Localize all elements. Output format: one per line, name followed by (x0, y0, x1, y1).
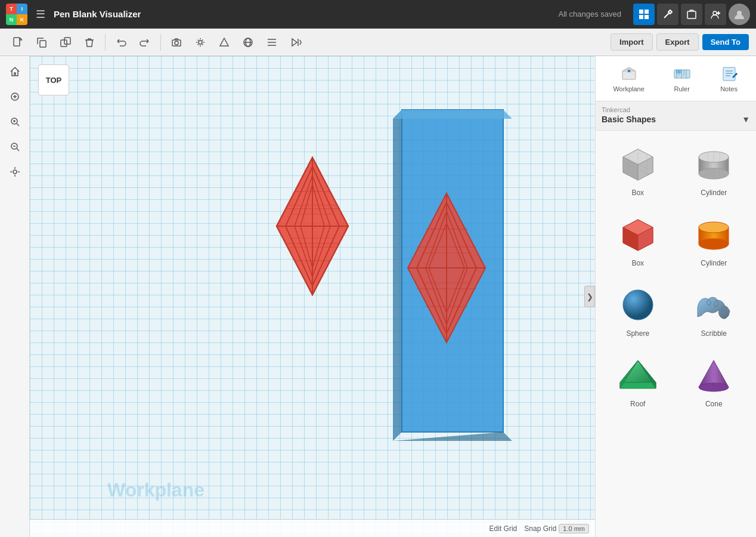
sphere-tool-button[interactable] (237, 32, 259, 53)
left-sidebar (0, 56, 30, 537)
red-diamond-flat[interactable] (277, 158, 348, 295)
topbar: T I N K ☰ Pen Blank Visualizer All chang… (0, 0, 756, 29)
zoom-in-button[interactable] (4, 111, 26, 132)
delete-button[interactable] (79, 32, 100, 53)
projects-button[interactable] (681, 4, 702, 25)
svg-point-55 (699, 222, 729, 233)
panel-collapse-button[interactable]: ❯ (584, 286, 595, 307)
canvas-statusbar: Edit Grid Snap Grid 1.0 mm (30, 519, 595, 537)
svg-rect-41 (723, 67, 735, 81)
roof-green-icon (614, 354, 662, 396)
main-toolbar: Import Export Send To (0, 29, 756, 56)
logo-n: N (6, 14, 17, 25)
ruler-tool-button[interactable]: Ruler (667, 61, 698, 96)
notes-label: Notes (720, 85, 738, 92)
undo-button[interactable] (110, 32, 132, 53)
home-view-button[interactable] (4, 61, 26, 82)
workplane-icon (619, 64, 639, 84)
svg-rect-3 (645, 15, 649, 19)
shape-item-scribble[interactable]: Scribble (679, 279, 749, 343)
svg-rect-2 (639, 15, 643, 19)
zoom-out-button[interactable] (4, 136, 26, 158)
profile-button[interactable] (729, 4, 750, 25)
shape-item-cylinder-gray[interactable]: Cylinder (679, 138, 749, 202)
view-label: TOP (38, 64, 69, 95)
camera-tool-button[interactable] (166, 32, 187, 53)
export-button[interactable]: Export (656, 33, 699, 51)
shape-label-box-gray: Box (631, 189, 644, 197)
right-panel: Workplane Ruler (595, 56, 756, 537)
shape-library-header: Tinkercad Basic Shapes ▼ (596, 101, 756, 131)
redo-button[interactable] (134, 32, 156, 53)
box-red-icon (614, 214, 662, 255)
dropdown-arrow-icon: ▼ (742, 115, 750, 124)
light-tool-button[interactable] (190, 32, 211, 53)
svg-point-13 (199, 41, 202, 44)
logo-i: I (17, 4, 27, 14)
scribble-icon (690, 284, 738, 326)
svg-point-27 (13, 170, 17, 174)
svg-rect-0 (639, 10, 643, 14)
shape-grid: Box (596, 131, 756, 537)
camera-position-button[interactable] (4, 161, 26, 183)
fit-to-screen-button[interactable] (4, 86, 26, 107)
library-dropdown[interactable]: Basic Shapes ▼ (602, 113, 750, 125)
workplane-tool-button[interactable]: Workplane (607, 61, 650, 96)
app-menu-icon[interactable]: ☰ (36, 8, 45, 21)
app-title: Pen Blank Visualizer (54, 9, 552, 19)
shape-label-box-red: Box (631, 259, 644, 267)
shape-item-cylinder-orange[interactable]: Cylinder (679, 208, 749, 273)
shape-item-box-gray[interactable]: Box (603, 138, 673, 202)
svg-rect-33 (628, 70, 630, 72)
toolbar-separator-2 (160, 34, 161, 51)
canvas-objects (30, 56, 595, 537)
grid-view-button[interactable] (633, 4, 655, 25)
shape-label-scribble: Scribble (701, 329, 727, 338)
ruler-label: Ruler (674, 85, 690, 92)
snap-grid-label: Snap Grid 1.0 mm (524, 524, 589, 533)
svg-line-24 (17, 124, 19, 126)
workplane-label: Workplane (613, 85, 644, 92)
cone-purple-icon (690, 354, 738, 396)
svg-rect-1 (645, 10, 649, 14)
shape-item-box-red[interactable]: Box (603, 208, 673, 273)
shape-item-sphere-blue[interactable]: Sphere (603, 279, 673, 343)
svg-point-56 (699, 239, 729, 249)
logo-t: T (6, 4, 17, 14)
add-collaborator-button[interactable] (705, 4, 726, 25)
tools-button[interactable] (657, 4, 678, 25)
canvas-area[interactable]: TOP (30, 56, 595, 537)
toolbar-actions: Import Export Send To (611, 33, 749, 51)
shape-label-cylinder-orange: Cylinder (701, 259, 727, 267)
cylinder-gray-icon (690, 143, 738, 185)
duplicate-button[interactable] (55, 32, 76, 53)
library-category: Basic Shapes (602, 115, 656, 124)
box-gray-icon (614, 143, 662, 185)
save-status: All changes saved (558, 10, 621, 18)
align-button[interactable] (261, 32, 283, 53)
notes-tool-button[interactable]: Notes (714, 61, 745, 96)
copy-button[interactable] (31, 32, 52, 53)
edit-grid-label[interactable]: Edit Grid (489, 524, 518, 533)
flip-button[interactable] (285, 32, 306, 53)
new-button[interactable] (7, 32, 29, 53)
cylinder-orange-icon (690, 214, 738, 255)
sphere-blue-icon (614, 284, 662, 326)
main-area: TOP (0, 56, 756, 537)
svg-point-5 (713, 11, 717, 15)
shape-tool-button[interactable] (213, 32, 235, 53)
svg-point-12 (175, 41, 178, 45)
import-button[interactable]: Import (611, 33, 652, 51)
svg-rect-4 (687, 11, 696, 18)
blue-box-with-shape[interactable] (393, 110, 512, 441)
shape-item-cone-purple[interactable]: Cone (679, 349, 749, 413)
sendto-button[interactable]: Send To (702, 34, 749, 50)
toolbar-separator-1 (105, 34, 106, 51)
shape-label-cone-purple: Cone (705, 400, 723, 408)
shape-item-roof-green[interactable]: Roof (603, 349, 673, 413)
shape-label-cylinder-gray: Cylinder (701, 189, 727, 197)
snap-value-button[interactable]: 1.0 mm (559, 524, 589, 533)
svg-marker-14 (220, 38, 228, 46)
svg-rect-10 (64, 38, 70, 44)
tinkercad-logo[interactable]: T I N K (6, 4, 27, 25)
